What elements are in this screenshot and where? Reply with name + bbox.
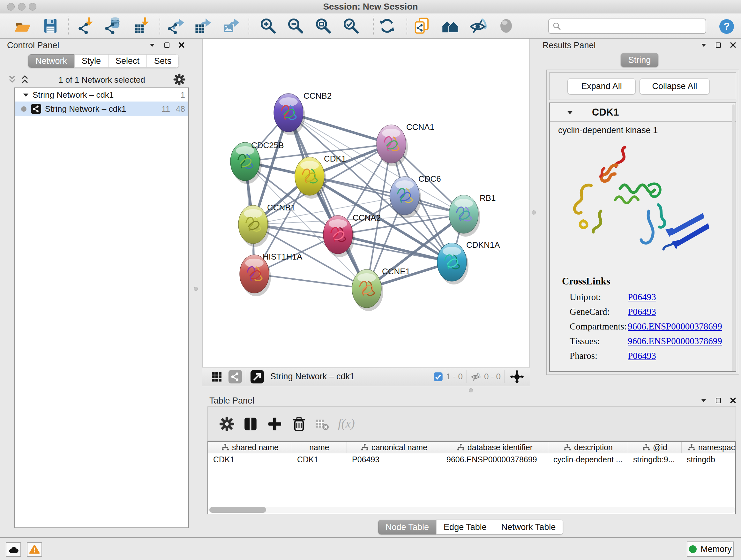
- view-grid-button[interactable]: [210, 370, 223, 383]
- network-collection-row[interactable]: String Network – cdk1 1: [15, 88, 188, 102]
- traffic-light-zoom-icon[interactable]: [29, 3, 37, 10]
- home-button[interactable]: [441, 17, 460, 35]
- expand-all-button[interactable]: Expand All: [567, 78, 636, 95]
- splitter-handle[interactable]: [469, 388, 473, 392]
- protein-card-header[interactable]: CDK1: [550, 103, 736, 122]
- column-header-description[interactable]: description: [548, 442, 628, 453]
- table-cell[interactable]: stringdb: [682, 455, 736, 464]
- hide-graphics-button[interactable]: [469, 17, 488, 35]
- table-cell[interactable]: stringdb:9...: [628, 455, 682, 464]
- results-panel-float-button[interactable]: [714, 40, 723, 50]
- traffic-light-minimize-icon[interactable]: [18, 3, 25, 10]
- table-cell[interactable]: CDK1: [292, 455, 347, 464]
- network-options-button[interactable]: [172, 73, 186, 87]
- crosslink-value-link[interactable]: P06493: [628, 351, 656, 361]
- left-splitter[interactable]: [190, 39, 202, 537]
- network-edge[interactable]: [288, 113, 367, 289]
- import-network-database-button[interactable]: [104, 17, 122, 35]
- traffic-light-close-icon[interactable]: [7, 3, 15, 10]
- tab-style[interactable]: Style: [74, 54, 108, 68]
- export-network-button[interactable]: [166, 17, 185, 35]
- table-panel-collapse-button[interactable]: [699, 395, 709, 405]
- search-input[interactable]: [564, 20, 702, 33]
- table-hscrollbar[interactable]: [208, 507, 735, 513]
- protein-node-CCNB1[interactable]: [239, 205, 270, 247]
- splitter-handle[interactable]: [194, 287, 198, 291]
- zoom-fit-button[interactable]: [314, 17, 333, 35]
- crosslink-value-link[interactable]: P06493: [628, 292, 656, 302]
- detach-view-button[interactable]: [250, 369, 265, 384]
- table-cell[interactable]: CDK1: [208, 455, 292, 464]
- show-graphics-button[interactable]: [497, 17, 515, 35]
- tab-string[interactable]: String: [621, 53, 658, 67]
- splitter-handle[interactable]: [532, 210, 536, 214]
- network-row-selected[interactable]: String Network – cdk1 11 48: [15, 102, 188, 116]
- protein-node-RB1[interactable]: [449, 195, 480, 237]
- tab-network[interactable]: Network: [28, 54, 74, 68]
- column-header-name[interactable]: name: [292, 442, 347, 453]
- clone-network-button[interactable]: [413, 17, 431, 35]
- column-header-canonical-name[interactable]: canonical name: [347, 442, 441, 453]
- zoom-in-button[interactable]: [259, 17, 277, 35]
- table-cell[interactable]: P06493: [347, 455, 441, 464]
- protein-node-CDC6[interactable]: [390, 177, 421, 218]
- table-settings-button[interactable]: [218, 415, 236, 433]
- tab-sets[interactable]: Sets: [147, 54, 179, 68]
- tab-select[interactable]: Select: [108, 54, 147, 68]
- crosslink-value-link[interactable]: 9606.ENSP00000378699: [628, 336, 722, 347]
- refresh-view-button[interactable]: [378, 17, 396, 35]
- tab-edge-table[interactable]: Edge Table: [436, 520, 494, 535]
- crosslink-value-link[interactable]: P06493: [628, 307, 656, 317]
- open-session-button[interactable]: [13, 17, 32, 35]
- save-session-button[interactable]: [41, 17, 60, 35]
- zoom-selected-button[interactable]: [342, 17, 360, 35]
- results-panel-collapse-button[interactable]: [699, 40, 709, 50]
- export-table-button[interactable]: [193, 17, 212, 35]
- collection-expand-icon[interactable]: [22, 91, 30, 99]
- table-cell[interactable]: 9606.ENSP00000378699: [441, 455, 548, 464]
- network-edge[interactable]: [254, 274, 367, 289]
- column-header-shared-name[interactable]: shared name: [208, 442, 292, 453]
- protein-node-CCNE1[interactable]: [352, 269, 383, 311]
- export-image-button[interactable]: [222, 17, 240, 35]
- collapse-all-networks-button[interactable]: [6, 74, 18, 85]
- help-button[interactable]: ?: [719, 18, 735, 35]
- protein-node-CCNA2[interactable]: [323, 215, 354, 257]
- table-panel-float-button[interactable]: [714, 395, 723, 405]
- column-header-@id[interactable]: @id: [628, 442, 682, 453]
- collapse-section-icon[interactable]: [566, 108, 574, 117]
- column-header-database-identifier[interactable]: database identifier: [441, 442, 548, 453]
- cloud-status-button[interactable]: [6, 542, 21, 557]
- protein-node-CDKN1A[interactable]: [437, 243, 468, 285]
- network-svg[interactable]: CCNB2CCNA1CDC25BCDK1CDC6RB1CCNB1CCNA2CDK…: [203, 39, 529, 367]
- network-canvas[interactable]: CCNB2CCNA1CDC25BCDK1CDC6RB1CCNB1CCNA2CDK…: [202, 39, 530, 367]
- memory-button[interactable]: Memory: [687, 542, 734, 557]
- tab-node-table[interactable]: Node Table: [378, 520, 436, 535]
- control-panel-collapse-button[interactable]: [147, 40, 157, 50]
- protein-node-CCNB2[interactable]: [274, 94, 305, 135]
- table-cell[interactable]: cyclin-dependent ...: [548, 455, 628, 464]
- expand-all-networks-button[interactable]: [18, 74, 31, 85]
- control-panel-close-button[interactable]: [177, 40, 186, 50]
- delete-column-button[interactable]: [290, 415, 308, 433]
- protein-node-CDK1[interactable]: [295, 157, 326, 199]
- import-table-button[interactable]: [133, 17, 151, 35]
- tab-network-table[interactable]: Network Table: [494, 520, 563, 535]
- create-column-button[interactable]: [266, 415, 284, 433]
- results-scrollbar[interactable]: [732, 105, 735, 372]
- right-splitter[interactable]: [530, 39, 538, 386]
- pan-mode-button[interactable]: [509, 368, 525, 385]
- import-network-button[interactable]: [77, 17, 96, 35]
- crosslink-value-link[interactable]: 9606.ENSP00000378699: [628, 321, 722, 332]
- show-columns-button[interactable]: [242, 415, 259, 433]
- control-panel-float-button[interactable]: [162, 40, 172, 50]
- zoom-out-button[interactable]: [286, 17, 305, 35]
- horizontal-splitter[interactable]: [202, 386, 741, 394]
- warnings-button[interactable]: [27, 542, 42, 557]
- table-panel-close-button[interactable]: [728, 395, 738, 405]
- checkbox-icon[interactable]: [433, 372, 443, 381]
- table-hscrollbar-thumb[interactable]: [209, 507, 266, 513]
- column-header-namespace[interactable]: namespace: [682, 442, 736, 453]
- table-row[interactable]: CDK1CDK1P064939606.ENSP00000378699cyclin…: [208, 453, 735, 465]
- results-panel-close-button[interactable]: [728, 40, 738, 50]
